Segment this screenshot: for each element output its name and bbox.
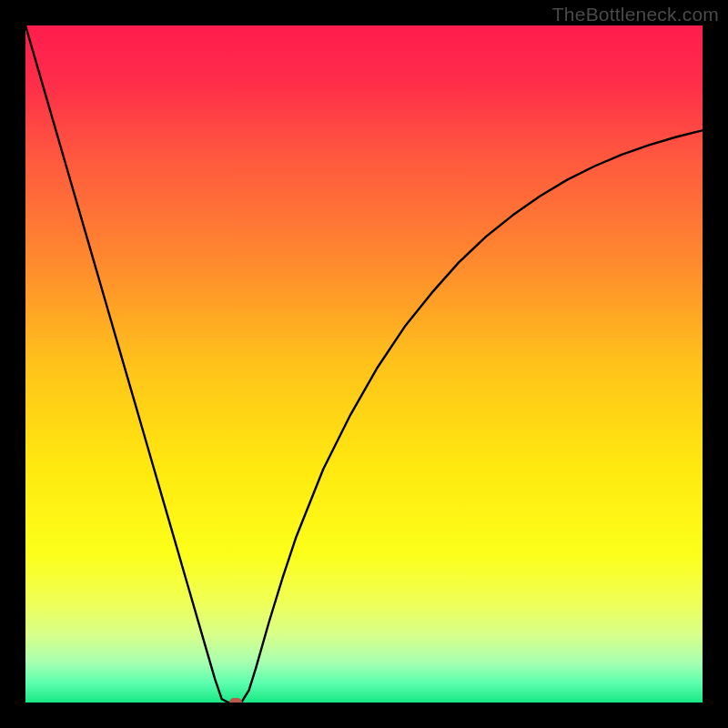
watermark-text: TheBottleneck.com	[552, 4, 719, 25]
optimal-point-marker	[229, 698, 242, 703]
chart-frame: TheBottleneck.com	[0, 0, 728, 728]
plot-area	[25, 25, 703, 703]
bottleneck-curve	[25, 25, 703, 703]
